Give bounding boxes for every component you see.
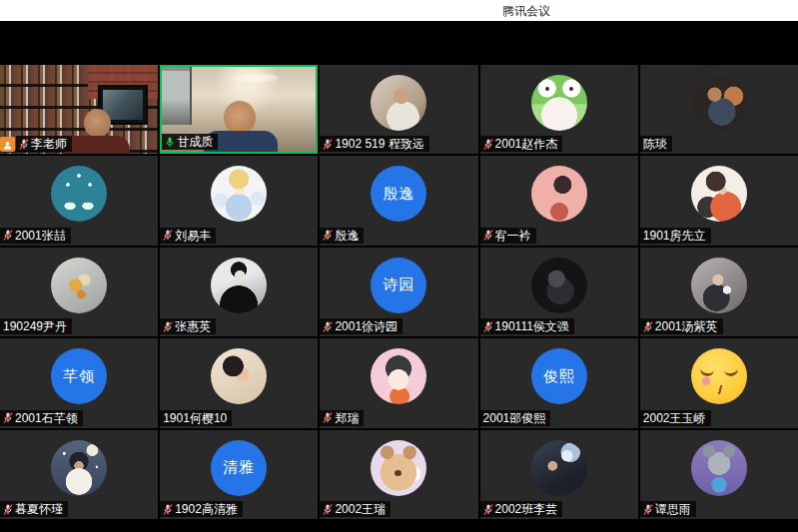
- mic-muted-icon: [323, 138, 333, 151]
- avatar-image: [51, 440, 107, 496]
- person-icon: [3, 136, 12, 154]
- participant-tile[interactable]: 清雅1902高清雅: [160, 430, 318, 519]
- participant-tile[interactable]: 殷逸殷逸: [320, 156, 477, 245]
- mic-muted-icon: [163, 229, 173, 242]
- participant-tile[interactable]: 诗园2001徐诗园: [320, 248, 477, 336]
- tile-footer: 2002班李芸: [480, 501, 563, 517]
- meeting-window: 腾讯会议 李老师甘成质1902 519 程致远2001赵作杰陈琰2001张喆刘易…: [0, 0, 798, 532]
- participant-tile[interactable]: 陈琰: [640, 65, 798, 154]
- participant-tile[interactable]: 俊熙2001邵俊熙: [480, 338, 638, 427]
- avatar-initials: 芊领: [51, 348, 107, 404]
- participant-name: 1902 519 程致远: [335, 136, 423, 152]
- participant-tile[interactable]: 谭思雨: [640, 430, 798, 519]
- participant-tile[interactable]: 190249尹丹: [0, 248, 158, 336]
- participant-name: 甘成质: [177, 134, 213, 150]
- tile-footer: 甘成质: [162, 134, 218, 150]
- participant-name: 190249尹丹: [3, 318, 67, 334]
- participant-tile[interactable]: 2001张喆: [0, 156, 158, 245]
- participant-name: 刘易丰: [175, 228, 211, 244]
- avatar-initials: 清雅: [211, 440, 267, 496]
- name-label: 190249尹丹: [0, 318, 72, 334]
- participant-tile[interactable]: 暮夏怀瑾: [0, 430, 158, 519]
- avatar-image: [531, 258, 587, 313]
- name-label: 暮夏怀瑾: [0, 501, 68, 517]
- participant-tile[interactable]: 190111侯文强: [480, 248, 638, 336]
- avatar-image: [51, 166, 107, 222]
- tile-footer: 190249尹丹: [0, 318, 72, 334]
- person-torso: [64, 136, 130, 154]
- person-head: [84, 109, 111, 138]
- name-label: 1902 519 程致远: [320, 136, 428, 152]
- avatar-image: [211, 166, 267, 222]
- tile-footer: 2002王瑞: [320, 501, 391, 517]
- mic-on-icon: [165, 136, 175, 149]
- tile-footer: 宥一衿: [480, 228, 536, 244]
- tile-footer: 1901何樱10: [160, 410, 232, 426]
- mic-muted-icon: [483, 320, 493, 333]
- name-label: 郑瑞: [320, 410, 364, 426]
- participant-name: 2001张喆: [15, 228, 66, 244]
- tile-footer: 李老师: [0, 136, 72, 152]
- participant-tile[interactable]: 2002王玉峤: [640, 338, 798, 427]
- participant-name: 2002班李芸: [495, 501, 558, 517]
- name-label: 刘易丰: [160, 228, 216, 244]
- name-label: 殷逸: [320, 228, 364, 244]
- mic-muted-icon: [483, 229, 493, 242]
- participant-tile[interactable]: 2002王瑞: [320, 430, 477, 519]
- participant-name: 190111侯文强: [495, 318, 569, 334]
- mic-muted-icon: [19, 138, 29, 151]
- participant-name: 2002王玉峤: [643, 410, 706, 426]
- participant-tile[interactable]: 1901何樱10: [160, 338, 318, 427]
- participant-name: 2001邵俊熙: [483, 410, 546, 426]
- avatar-image: [691, 166, 747, 222]
- tile-footer: 1902 519 程致远: [320, 136, 428, 152]
- participant-tile[interactable]: 2001汤紫英: [640, 248, 798, 336]
- window-titlebar[interactable]: 腾讯会议: [0, 0, 798, 21]
- avatar-initials: 殷逸: [371, 166, 426, 222]
- mic-muted-icon: [163, 320, 173, 333]
- name-label: 张惠英: [160, 318, 216, 334]
- tile-footer: 2001赵作杰: [480, 136, 563, 152]
- participant-tile[interactable]: 芊领2001石芊领: [0, 338, 158, 427]
- participant-name: 陈琰: [643, 136, 667, 152]
- participant-name: 2001赵作杰: [495, 136, 558, 152]
- avatar-image: [691, 75, 747, 131]
- participant-tile[interactable]: 2001赵作杰: [480, 65, 638, 154]
- avatar-image: [531, 166, 587, 222]
- participant-name: 2001汤紫英: [655, 318, 718, 334]
- avatar-image: [691, 440, 747, 496]
- participant-tile[interactable]: 宥一衿: [480, 156, 638, 245]
- mic-muted-icon: [483, 503, 493, 516]
- avatar-initials: 诗园: [371, 258, 426, 313]
- name-label: 陈琰: [640, 136, 672, 152]
- participant-tile[interactable]: 李老师: [0, 65, 158, 154]
- window: [162, 67, 192, 125]
- name-label: 1901何樱10: [160, 410, 232, 426]
- name-label: 2002王瑞: [320, 501, 391, 517]
- tile-footer: 190111侯文强: [480, 318, 574, 334]
- name-label: 2001邵俊熙: [480, 410, 551, 426]
- tile-footer: 1901房先立: [640, 228, 711, 244]
- participant-tile[interactable]: 1901房先立: [640, 156, 798, 245]
- participant-tile[interactable]: 刘易丰: [160, 156, 318, 245]
- participant-tile[interactable]: 2002班李芸: [480, 430, 638, 519]
- participant-name: 2002王瑞: [335, 501, 386, 517]
- mic-muted-icon: [323, 503, 333, 516]
- name-label: 谭思雨: [640, 501, 696, 517]
- participant-tile[interactable]: 张惠英: [160, 248, 318, 336]
- tile-footer: 暮夏怀瑾: [0, 501, 68, 517]
- participant-tile[interactable]: 甘成质: [160, 65, 318, 154]
- mic-muted-icon: [323, 229, 333, 242]
- avatar-image: [691, 258, 747, 313]
- participant-tile[interactable]: 郑瑞: [320, 338, 477, 427]
- avatar-image: [211, 348, 267, 404]
- mic-muted-icon: [643, 503, 653, 516]
- mic-muted-icon: [3, 411, 13, 424]
- avatar-image: [531, 440, 587, 496]
- name-label: 2001赵作杰: [480, 136, 563, 152]
- name-label: 1902高清雅: [160, 501, 243, 517]
- participant-name: 张惠英: [175, 318, 211, 334]
- participant-name: 谭思雨: [655, 501, 691, 517]
- participant-tile[interactable]: 1902 519 程致远: [320, 65, 477, 154]
- name-label: 2001石芊领: [0, 410, 83, 426]
